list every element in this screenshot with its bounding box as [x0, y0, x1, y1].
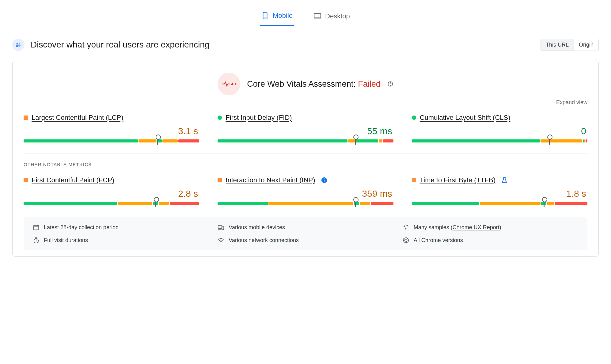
status-icon: [218, 116, 222, 120]
svg-rect-2: [314, 13, 321, 18]
metric-name-link[interactable]: First Contentful Paint (FCP): [32, 176, 114, 184]
crux-link[interactable]: Chrome UX Report: [453, 224, 499, 230]
page-title: Discover what your real users are experi…: [31, 40, 210, 50]
metric-ttfb: Time to First Byte (TTFB) 1.8 s: [412, 176, 587, 205]
metric-fcp: First Contentful Paint (FCP) 2.8 s: [24, 176, 199, 205]
metric-cls: Cumulative Layout Shift (CLS) 0: [412, 114, 587, 142]
stopwatch-icon: [33, 237, 40, 244]
metric-name-link[interactable]: First Input Delay (FID): [226, 114, 292, 122]
metric-value: 2.8 s: [24, 188, 199, 199]
footer-durations: Full visit durations: [44, 237, 88, 244]
status-icon: [218, 178, 222, 182]
footer-samples: Many samples (Chrome UX Report): [414, 224, 501, 231]
core-vitals-row: Largest Contentful Paint (LCP) 3.1 s Fir…: [24, 114, 587, 142]
svg-point-26: [34, 239, 39, 243]
desktop-icon: [313, 12, 321, 20]
assessment-row: Core Web Vitals Assessment: Failed: [24, 73, 587, 95]
svg-point-24: [406, 225, 408, 226]
flask-icon[interactable]: [501, 177, 508, 184]
svg-marker-8: [231, 82, 234, 85]
distribution-bar: [412, 202, 587, 205]
other-metrics-label: OTHER NOTABLE METRICS: [24, 162, 587, 167]
scatter-icon: [403, 224, 409, 231]
devices-icon: [218, 224, 224, 231]
assessment-label: Core Web Vitals Assessment:: [247, 79, 358, 89]
tab-desktop-label: Desktop: [325, 12, 350, 20]
vitals-card: Core Web Vitals Assessment: Failed Expan…: [12, 60, 599, 257]
calendar-icon: [33, 224, 40, 231]
svg-point-23: [404, 226, 405, 227]
svg-rect-20: [218, 226, 222, 229]
divider: [24, 154, 587, 154]
metric-name-link[interactable]: Time to First Byte (TTFB): [420, 176, 495, 184]
help-icon[interactable]: [387, 81, 393, 87]
svg-point-4: [17, 43, 18, 45]
toggle-this-url[interactable]: This URL: [541, 39, 574, 51]
tab-mobile[interactable]: Mobile: [260, 9, 294, 26]
status-icon: [412, 116, 416, 120]
distribution-bar: [412, 139, 587, 142]
tab-desktop[interactable]: Desktop: [312, 9, 351, 26]
metric-value: 359 ms: [218, 188, 393, 199]
svg-rect-16: [34, 226, 39, 230]
metric-value: 55 ms: [218, 126, 393, 136]
users-icon: [12, 39, 25, 51]
network-icon: [218, 237, 224, 244]
metric-inp: Interaction to Next Paint (INP) 359 ms: [218, 176, 393, 205]
other-metrics-row: First Contentful Paint (FCP) 2.8 s Inter…: [24, 176, 587, 205]
svg-rect-9: [235, 83, 236, 85]
data-source-info: Latest 28-day collection period Various …: [24, 217, 587, 250]
scope-toggle: This URL Origin: [541, 39, 599, 51]
metric-name-link[interactable]: Largest Contentful Paint (LCP): [32, 114, 123, 122]
svg-rect-7: [18, 44, 21, 47]
svg-point-25: [405, 228, 406, 229]
mobile-icon: [261, 12, 269, 20]
metric-value: 0: [412, 126, 587, 136]
distribution-bar: [218, 139, 393, 142]
chrome-icon: [403, 237, 409, 244]
tab-mobile-label: Mobile: [273, 12, 293, 20]
footer-period: Latest 28-day collection period: [44, 224, 119, 231]
expand-view-link[interactable]: Expand view: [556, 99, 587, 105]
metric-value: 3.1 s: [24, 126, 199, 136]
svg-rect-6: [16, 45, 18, 47]
distribution-bar: [24, 202, 199, 205]
svg-point-14: [324, 178, 324, 179]
status-icon: [24, 178, 28, 182]
distribution-bar: [24, 139, 199, 142]
svg-rect-13: [324, 180, 324, 181]
status-icon: [24, 116, 28, 120]
status-icon: [412, 178, 416, 182]
toggle-origin[interactable]: Origin: [574, 39, 598, 51]
metric-name-link[interactable]: Cumulative Layout Shift (CLS): [420, 114, 510, 122]
assessment-text: Core Web Vitals Assessment: Failed: [247, 79, 381, 89]
footer-devices: Various mobile devices: [229, 224, 285, 231]
svg-point-5: [19, 43, 20, 44]
metric-name-link[interactable]: Interaction to Next Paint (INP): [226, 176, 315, 184]
device-tabs: Mobile Desktop: [12, 9, 599, 26]
info-icon[interactable]: [321, 177, 328, 184]
distribution-bar: [218, 202, 393, 205]
metric-lcp: Largest Contentful Paint (LCP) 3.1 s: [24, 114, 199, 142]
svg-point-30: [405, 239, 407, 241]
assessment-fail-icon: [218, 73, 240, 95]
header: Discover what your real users are experi…: [12, 39, 599, 51]
footer-versions: All Chrome versions: [414, 237, 463, 244]
footer-network: Various network connections: [229, 237, 299, 244]
metric-fid: First Input Delay (FID) 55 ms: [218, 114, 393, 142]
metric-value: 1.8 s: [412, 188, 587, 199]
assessment-status: Failed: [358, 79, 381, 89]
svg-point-11: [390, 85, 390, 85]
